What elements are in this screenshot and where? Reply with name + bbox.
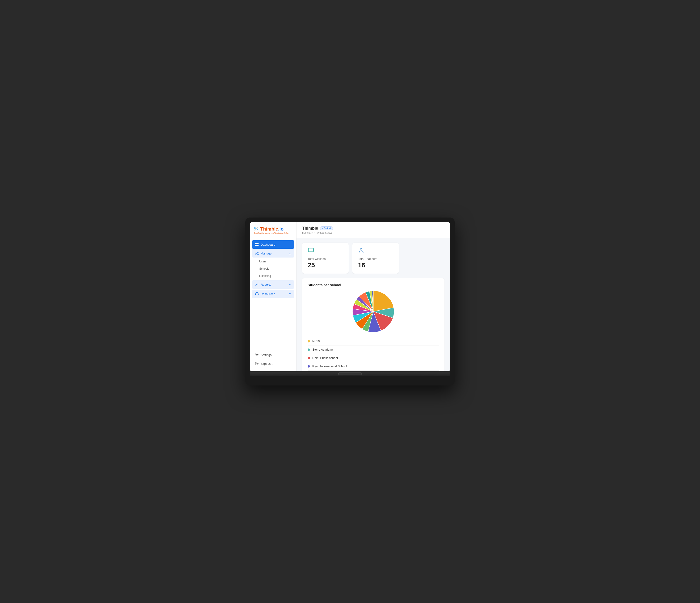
legend-item: Delhi Public school	[308, 354, 439, 362]
sidebar-item-schools[interactable]: Schools	[252, 265, 294, 272]
sidebar-item-label: Reports	[260, 283, 271, 286]
legend-list: PS100Stone AcademyDelhi Public schoolRya…	[308, 337, 439, 371]
grid-icon	[255, 243, 259, 246]
svg-rect-3	[257, 245, 258, 246]
stat-value: 16	[358, 261, 393, 269]
sidebar-sub-label: Schools	[259, 267, 269, 270]
header-subtitle: Buffalo, NY | United States	[302, 231, 445, 234]
sidebar-nav: Dashboard Manage ▲	[250, 237, 296, 347]
stat-label: Total Teachers	[358, 257, 393, 260]
sidebar-item-label: Sign Out	[260, 362, 273, 366]
sidebar-item-manage[interactable]: Manage ▲	[252, 249, 294, 257]
pie-chart	[352, 291, 394, 332]
legend-item: Stone Academy	[308, 346, 439, 354]
app-name: Thimble	[302, 226, 318, 231]
header-title: Thimble x District	[302, 226, 445, 231]
chart-icon	[255, 283, 259, 286]
legend-item: Ryan International School	[308, 362, 439, 371]
stat-label: Total Classes	[308, 257, 343, 260]
content-area: Total Classes 25 Total Teachers 16	[297, 238, 450, 371]
signout-icon	[255, 362, 259, 366]
stat-card-teachers: Total Teachers 16	[352, 243, 399, 274]
main-content: Thimble x District Buffalo, NY | United …	[297, 222, 450, 371]
district-badge: x District	[320, 226, 333, 230]
svg-point-5	[257, 252, 258, 253]
stat-value: 25	[308, 261, 343, 269]
sidebar-item-label: Settings	[260, 353, 272, 357]
stat-card-classes: Total Classes 25	[302, 243, 349, 274]
svg-rect-7	[258, 294, 258, 295]
sidebar-item-signout[interactable]: Sign Out	[252, 359, 294, 368]
legend-item: PS100	[308, 337, 439, 346]
header: Thimble x District Buffalo, NY | United …	[297, 222, 450, 238]
stats-row: Total Classes 25 Total Teachers 16	[302, 243, 445, 274]
sidebar-sub-label: Licensing	[259, 274, 271, 278]
sidebar-item-reports[interactable]: Reports ▼	[252, 280, 294, 289]
sidebar-bottom: Settings Sign Out	[250, 347, 296, 371]
person-icon	[358, 247, 393, 255]
svg-rect-6	[255, 294, 256, 295]
logo-text: Thimble	[260, 226, 278, 231]
headphone-icon	[255, 292, 259, 296]
chart-container	[308, 291, 439, 332]
svg-point-4	[256, 252, 257, 253]
sidebar-item-resources[interactable]: Resources ▼	[252, 290, 294, 298]
sidebar-item-label: Dashboard	[260, 243, 276, 246]
sidebar-item-users[interactable]: Users	[252, 258, 294, 265]
svg-rect-10	[308, 248, 314, 252]
svg-rect-2	[255, 245, 257, 246]
sidebar-item-label: Resources	[260, 292, 275, 296]
sidebar-item-licensing[interactable]: Licensing	[252, 272, 294, 279]
logo: 🪡 Thimble.io Enabling the workforce of t…	[250, 222, 296, 237]
svg-point-8	[256, 354, 258, 355]
legend-item: PS101	[308, 371, 439, 371]
sidebar-sub-label: Users	[259, 260, 267, 263]
users-icon	[255, 251, 259, 255]
sidebar: 🪡 Thimble.io Enabling the workforce of t…	[250, 222, 297, 371]
sidebar-item-dashboard[interactable]: Dashboard	[252, 240, 294, 249]
chevron-down-icon: ▼	[289, 293, 291, 295]
gear-icon	[255, 353, 259, 357]
logo-subtitle: Enabling the workforce of the future, to…	[254, 232, 293, 234]
sidebar-item-label: Manage	[260, 252, 272, 255]
chart-title: Students per school	[308, 283, 439, 287]
chevron-up-icon: ▲	[289, 252, 291, 255]
svg-point-13	[360, 248, 362, 250]
monitor-icon	[308, 247, 343, 255]
svg-rect-1	[257, 243, 258, 244]
svg-rect-0	[255, 243, 257, 244]
chevron-down-icon: ▼	[289, 283, 291, 286]
sidebar-item-settings[interactable]: Settings	[252, 351, 294, 359]
logo-icon: 🪡	[254, 227, 258, 231]
chart-card: Students per school PS100Stone AcademyDe…	[302, 278, 445, 371]
